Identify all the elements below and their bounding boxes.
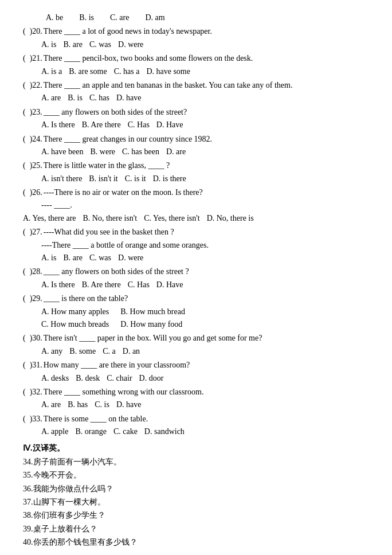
translate-item-40: 40.你丢的那个钱包里有多少钱？ [23,536,369,549]
paren-26: ( )26. [23,186,42,199]
choices-27: A. is B. are C. was D. were [23,252,369,264]
question-text-20: There ____ a lot of good news in today's… [44,25,212,38]
choices-33: A. apple B. orange C. cake D. sandwich [23,425,369,438]
question-line-25: ( )25. There is little water in the glas… [23,159,369,172]
question-sub-26: ---- ____. [23,199,369,212]
question-line-24: ( )24. There ____ great changes in our c… [23,133,369,146]
question-block-24: ( )24. There ____ great changes in our c… [23,133,369,159]
paren-30: ( )30. [23,332,42,345]
question-text-25: There is little water in the glass, ____… [44,159,170,172]
question-block-25: ( )25. There is little water in the glas… [23,159,369,185]
paren-32: ( )32. [23,386,42,398]
question-text-30: There isn't ____ paper in the box. Will … [44,332,262,345]
question-block-33: ( )33. There is some ____ on the table. … [23,413,369,439]
question-block-21: ( )21. There ____ pencil-box, two books … [23,52,369,78]
question-text-26: ----There is no air or water on the moon… [44,186,203,199]
translate-item-36: 36.我能为你做点什么吗？ [23,483,369,495]
choices-29-row1: A. How many apples B. How much bread [23,306,369,318]
question-sub-27: ----There ____ a bottle of orange and so… [23,239,369,252]
choices-20: A. is B. are C. was D. were [23,38,369,51]
paren-29: ( )29. [23,292,42,305]
paren-23: ( )23. [23,106,42,119]
paren-21: ( )21. [23,52,42,65]
choices-31: A. desks B. desk C. chair D. door [23,372,369,385]
question-text-23: ____ any flowers on both sides of the st… [44,106,187,119]
paren-33: ( )33. [23,413,42,425]
paren-31: ( )31. [23,359,42,372]
choices-28: A. Is there B. Are there C. Has D. Have [23,279,369,291]
question-line-31: ( )31. How many ____ are there in your c… [23,359,369,372]
choices-24: A. have been B. were C. has been D. are [23,146,369,158]
question-line-21: ( )21. There ____ pencil-box, two books … [23,52,369,65]
question-text-24: There ____ great changes in our country … [44,133,212,146]
choices-25: A. isn't there B. isn't it C. is it D. i… [23,173,369,185]
question-line-29: ( )29. ____ is there on the table? [23,292,369,305]
question-block-27: ( )27. ----What did you see in the baske… [23,226,369,264]
choices-23: A. Is there B. Are there C. Has D. Have [23,119,369,131]
translate-item-37: 37.山脚下有一棵大树。 [23,496,369,509]
question-block-26: ( )26. ----There is no air or water on t… [23,186,369,225]
question-text-28: ____ any flowers on both sides of the st… [44,265,189,278]
question-block-29: ( )29. ____ is there on the table? A. Ho… [23,292,369,331]
translate-item-39: 39.桌子上放着什么？ [23,523,369,536]
section-4: Ⅳ.汉译英。 34.房子前面有一辆小汽车。 35.今晚不开会。 36.我能为你做… [23,442,369,549]
question-line-20: ( )20. There ____ a lot of good news in … [23,25,369,38]
question-line-30: ( )30. There isn't ____ paper in the box… [23,332,369,345]
question-block-32: ( )32. There ____ something wrong with o… [23,386,369,412]
question-block-28: ( )28. ____ any flowers on both sides of… [23,265,369,291]
paren-20: ( )20. [23,25,42,38]
question-block-30: ( )30. There isn't ____ paper in the box… [23,332,369,358]
paren-22: ( )22. [23,79,42,92]
question-text-22: There ____ an apple and ten bananas in t… [44,79,293,92]
choices-21: A. is a B. are some C. has a D. have som… [23,65,369,78]
question-line-26: ( )26. ----There is no air or water on t… [23,186,369,199]
paren-28: ( )28. [23,265,42,278]
question-block-23: ( )23. ____ any flowers on both sides of… [23,106,369,132]
choices-26: A. Yes, there are B. No, there isn't C. … [23,212,369,225]
choice-text: A. be B. is C. are D. am [46,13,165,22]
question-text-32: There ____ something wrong with our clas… [44,386,204,398]
question-line-32: ( )32. There ____ something wrong with o… [23,386,369,398]
question-line-33: ( )33. There is some ____ on the table. [23,413,369,425]
question-text-29: ____ is there on the table? [44,292,128,305]
translate-item-38: 38.你们班有多少学生？ [23,509,369,522]
question-line-22: ( )22. There ____ an apple and ten banan… [23,79,369,92]
paren-27: ( )27. [23,226,42,239]
choices-29-row2: C. How much breads D. How many food [23,318,369,331]
choices-32: A. are B. has C. is D. have [23,398,369,411]
content-area: A. be B. is C. are D. am ( )20. There __… [23,11,369,555]
paren-25: ( )25. [23,159,42,172]
translate-item-34: 34.房子前面有一辆小汽车。 [23,456,369,468]
translate-item-35: 35.今晚不开会。 [23,469,369,482]
section-4-title: Ⅳ.汉译英。 [23,442,369,455]
question-text-27: ----What did you see in the basket then … [44,226,174,239]
question-text-31: How many ____ are there in your classroo… [44,359,190,372]
choices-30: A. any B. some C. a D. an [23,345,369,358]
question-block-20: ( )20. There ____ a lot of good news in … [23,25,369,51]
paren-24: ( )24. [23,133,42,146]
question-block-31: ( )31. How many ____ are there in your c… [23,359,369,385]
question-line-27: ( )27. ----What did you see in the baske… [23,226,369,239]
question-text-33: There is some ____ on the table. [44,413,148,425]
prev-choices: A. be B. is C. are D. am [23,11,369,24]
choices-22: A. are B. is C. has D. have [23,92,369,104]
question-line-23: ( )23. ____ any flowers on both sides of… [23,106,369,119]
question-line-28: ( )28. ____ any flowers on both sides of… [23,265,369,278]
question-text-21: There ____ pencil-box, two books and som… [44,52,253,65]
question-block-22: ( )22. There ____ an apple and ten banan… [23,79,369,105]
